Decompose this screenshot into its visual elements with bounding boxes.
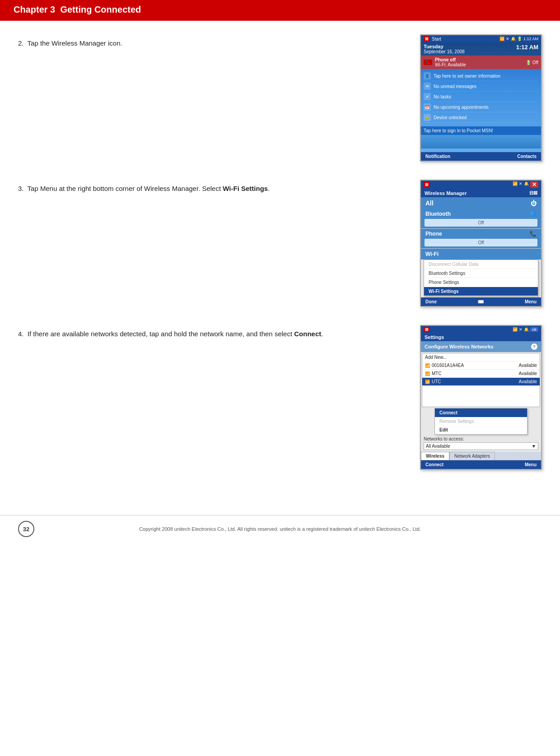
tasks-text: No tasks bbox=[434, 94, 451, 99]
antenna-3: ✕ bbox=[519, 327, 523, 332]
signal-icon-2: 📶 bbox=[425, 380, 430, 384]
menu-disconnect[interactable]: Disconnect Cellular Data bbox=[424, 260, 538, 269]
owner-icon: 👤 bbox=[424, 72, 431, 79]
full-date: September 16, 2008 bbox=[424, 49, 465, 54]
net-status-1: Available bbox=[519, 371, 537, 376]
networks-area: Add New... 📶 001601A1A4EA Available 📶 MT… bbox=[421, 353, 541, 435]
nc-connect[interactable]: Connect bbox=[435, 408, 527, 417]
step-4-bold: Connect bbox=[294, 330, 321, 338]
item-owner: 👤 Tap here to set owner information bbox=[424, 71, 538, 81]
context-menu: Disconnect Cellular Data Bluetooth Setti… bbox=[424, 260, 538, 297]
net-context-menu: Connect Remove Settings Edit bbox=[434, 408, 527, 435]
windows-logo: ⊞ bbox=[424, 36, 430, 42]
win-logo-3: ⊞ bbox=[424, 327, 430, 332]
messages-text: No unread messages bbox=[434, 84, 476, 89]
appts-icon: 📅 bbox=[424, 103, 431, 111]
page-footer: 32 Copyright 2008 unitech Electronics Co… bbox=[0, 515, 560, 543]
tab-network-adapters[interactable]: Network Adapters bbox=[449, 452, 495, 460]
chapter-header: Chapter 3 Getting Connected bbox=[0, 0, 560, 21]
net-status-0: Available bbox=[519, 363, 537, 368]
help-icon[interactable]: ? bbox=[531, 343, 537, 350]
signal-icon-1: 📶 bbox=[425, 371, 430, 376]
access-value: All Available bbox=[426, 444, 450, 449]
add-new-label: Add New... bbox=[425, 355, 447, 360]
power-icon[interactable]: ⏻ bbox=[531, 200, 537, 207]
bluetooth-value: Off bbox=[425, 219, 537, 227]
phone-off-icon: 📞 bbox=[424, 60, 432, 65]
device-screen-3: ⊞ 📶 ✕ 🔔 ok Settings Configure Wireless N… bbox=[420, 325, 542, 470]
step-3-number: 3. bbox=[18, 185, 24, 192]
screen1-bottom-bar: Notification Contacts bbox=[421, 152, 541, 161]
phone-bar: 📞 Phone off Wi-Fi: Available 🔋 Off bbox=[421, 56, 541, 69]
access-label: Networks to access: bbox=[421, 435, 541, 442]
step-2-description: Tap the Wireless Manager icon. bbox=[28, 39, 122, 47]
page-number: 32 bbox=[18, 521, 34, 537]
day-label: Tuesday bbox=[424, 44, 465, 49]
network-row-1[interactable]: 📶 MTC Available bbox=[422, 370, 540, 378]
today-items: 👤 Tap here to set owner information ✉ No… bbox=[421, 69, 541, 125]
step-2-row: 2. Tap the Wireless Manager icon. ⊞ Star… bbox=[18, 34, 542, 162]
notification-btn[interactable]: Notification bbox=[425, 154, 450, 159]
item-messages: ✉ No unread messages bbox=[424, 81, 538, 92]
item-device: 🔓 Device unlocked bbox=[424, 112, 538, 123]
step-4-text: 4. If there are available networks detec… bbox=[18, 325, 406, 339]
phone-section: Phone 📞 Off bbox=[421, 229, 541, 249]
add-new-row[interactable]: Add New... bbox=[422, 353, 540, 362]
main-content: 2. Tap the Wireless Manager icon. ⊞ Star… bbox=[0, 21, 560, 515]
wifi-label: Wi-Fi bbox=[425, 251, 439, 257]
wm-title: Wireless Manager bbox=[425, 190, 467, 196]
done-btn[interactable]: Done bbox=[425, 299, 437, 304]
net-status-2: Available bbox=[519, 379, 537, 384]
signal-icon: 📶 bbox=[499, 37, 504, 41]
device-screen-2: ⊞ 📶 ✕ 🔔 ✕ Wireless Manager ⊟⊠ All ⏻ bbox=[420, 180, 542, 307]
signal-3: 📶 bbox=[513, 327, 518, 332]
wifi-section: Wi-Fi bbox=[421, 249, 541, 260]
step-4-row: 4. If there are available networks detec… bbox=[18, 325, 542, 470]
device-text: Device unlocked bbox=[434, 115, 467, 120]
messages-icon: ✉ bbox=[424, 83, 431, 90]
settings-title-bar: Settings bbox=[421, 333, 541, 341]
step-2-text: 2. Tap the Wireless Manager icon. bbox=[18, 34, 406, 49]
settings-title: Settings bbox=[425, 334, 444, 340]
bluetooth-header: Bluetooth 🔷 bbox=[421, 209, 541, 219]
taskbar-icons: 📶 ✕ 🔔 🔋 1:12 AM bbox=[499, 37, 538, 41]
connect-btn[interactable]: Connect bbox=[425, 462, 443, 467]
menu-bluetooth-settings[interactable]: Bluetooth Settings bbox=[424, 269, 538, 278]
all-label: All bbox=[425, 199, 434, 207]
antenna-icon: ✕ bbox=[506, 37, 509, 41]
msn-text: Tap here to sign in to Pocket MSN! bbox=[424, 128, 493, 133]
menu-phone-settings[interactable]: Phone Settings bbox=[424, 278, 538, 287]
menu-wifi-settings[interactable]: Wi-Fi Settings bbox=[424, 287, 538, 296]
wifi-status: Wi-Fi: Available bbox=[435, 62, 466, 67]
config-label: Configure Wireless Networks bbox=[425, 344, 494, 349]
ok-btn[interactable]: ok bbox=[530, 327, 538, 332]
net-name-1: MTC bbox=[432, 371, 442, 376]
phone-value: Off bbox=[425, 239, 537, 246]
copyright-text: Copyright 2008 unitech Electronics Co., … bbox=[139, 526, 421, 532]
owner-text: Tap here to set owner information bbox=[434, 74, 500, 79]
date-bar: Tuesday September 16, 2008 1:12 AM bbox=[421, 42, 541, 56]
network-row-2[interactable]: 📶 UTC Available bbox=[422, 378, 540, 386]
win-logo-2: ⊞ bbox=[424, 182, 430, 187]
access-select[interactable]: All Available ▼ bbox=[424, 442, 538, 450]
step-3-description: Tap Menu at the right bottom corner of W… bbox=[28, 185, 223, 192]
config-header: Configure Wireless Networks ? bbox=[421, 341, 541, 352]
msn-bar: Tap here to sign in to Pocket MSN! bbox=[421, 126, 541, 135]
menu-btn[interactable]: Menu bbox=[525, 299, 537, 304]
taskbar-3: ⊞ 📶 ✕ 🔔 ok bbox=[421, 326, 541, 333]
all-row: All ⏻ bbox=[421, 197, 541, 209]
nc-edit[interactable]: Edit bbox=[435, 426, 527, 434]
volume-icon: 🔔 bbox=[511, 37, 516, 41]
vol-3: 🔔 bbox=[524, 327, 529, 332]
contacts-btn[interactable]: Contacts bbox=[517, 154, 537, 159]
appts-text: No upcoming appointments bbox=[434, 105, 489, 110]
phone-section-header: Phone 📞 bbox=[421, 229, 541, 239]
close-icon[interactable]: ✕ bbox=[530, 181, 538, 188]
net-name-2: UTC bbox=[432, 379, 441, 384]
network-row-0[interactable]: 📶 001601A1A4EA Available bbox=[422, 362, 540, 370]
tab-wireless[interactable]: Wireless bbox=[421, 452, 449, 460]
taskbar-1: ⊞ Start 📶 ✕ 🔔 🔋 1:12 AM bbox=[421, 35, 541, 42]
antenna-2: ✕ bbox=[519, 181, 523, 188]
screen3-menu-btn[interactable]: Menu bbox=[525, 462, 537, 467]
step-3-text: 3. Tap Menu at the right bottom corner o… bbox=[18, 180, 406, 194]
